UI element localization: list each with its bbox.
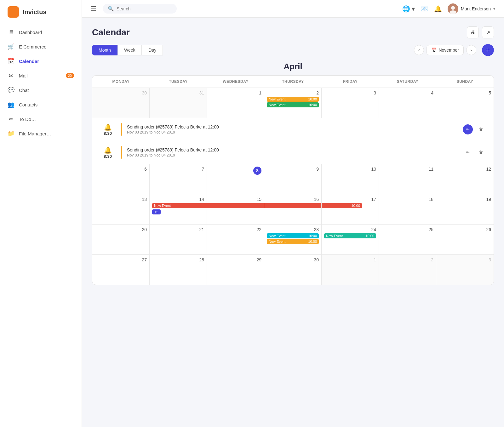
cal-cell-3[interactable]: 3 [322, 88, 379, 118]
month-nav: ‹ 📅 November › + [414, 44, 494, 56]
share-button[interactable]: ↗ [482, 26, 494, 38]
sidebar-item-filemanager[interactable]: 📁 File Manager… [0, 126, 82, 141]
event-bar[interactable]: New Event 10:00 [267, 233, 319, 238]
day-number: 27 [95, 257, 147, 262]
dashboard-icon: 🖥 [8, 29, 14, 36]
cal-cell-2[interactable]: 2 New Event 10:00 New Event 10:00 [264, 88, 322, 118]
menu-icon[interactable]: ☰ [91, 5, 96, 13]
sidebar-item-calendar[interactable]: 📅 Calendar [0, 54, 82, 68]
day-number: 12 [439, 167, 491, 172]
day-view-button[interactable]: Day [142, 45, 163, 55]
event-time-label: 8:30 [104, 154, 112, 159]
week-view-button[interactable]: Week [117, 45, 142, 55]
event-label: New Event [269, 97, 285, 101]
cal-cell-15[interactable]: 15 [207, 194, 264, 224]
day-number: 2 [267, 90, 319, 95]
cal-cell-2b[interactable]: 2 [379, 255, 436, 285]
event-bar[interactable]: New Event 10:00 [267, 102, 319, 107]
calendar-row-4: 20 21 22 23 New Event 10:00 [92, 225, 494, 255]
cal-cell-26[interactable]: 26 [436, 225, 494, 254]
cal-cell-3b[interactable]: 3 [436, 255, 494, 285]
delete-button[interactable]: 🗑 [476, 124, 486, 134]
day-number: 25 [381, 227, 433, 232]
cal-cell-25[interactable]: 25 [379, 225, 436, 254]
event-bar[interactable]: New Event 10:00 [267, 239, 319, 244]
cal-cell-12[interactable]: 12 [436, 164, 494, 194]
cal-cell-31[interactable]: 31 [150, 88, 207, 118]
day-number: 24 [324, 227, 376, 232]
topbar-right: 🌐 ▾ 📧 🔔 Mark Enderson ▾ [402, 3, 495, 14]
search-input[interactable] [117, 6, 172, 11]
cal-cell-21[interactable]: 21 [150, 225, 207, 254]
cal-cell-4[interactable]: 4 [379, 88, 436, 118]
event-color-bar [121, 146, 122, 159]
mail-icon[interactable]: 📧 [421, 5, 428, 13]
cal-cell-8-today[interactable]: 8 [207, 164, 264, 194]
day-number: 22 [209, 227, 261, 232]
edit-button[interactable]: ✏ [463, 147, 473, 157]
add-event-button[interactable]: + [482, 44, 494, 56]
edit-button[interactable]: ✏ [463, 124, 473, 134]
next-month-button[interactable]: › [466, 45, 476, 55]
cal-cell-16[interactable]: 16 [264, 194, 322, 224]
event-label: New Event [269, 240, 285, 243]
header-actions: 🖨 ↗ [467, 26, 494, 38]
cal-cell-13[interactable]: 13 [92, 194, 150, 224]
weekday-sun: SUNDAY [436, 76, 494, 88]
sidebar-item-dashboard[interactable]: 🖥 Dashboard [0, 25, 82, 39]
cal-cell-22[interactable]: 22 [207, 225, 264, 254]
cal-cell-9[interactable]: 9 [264, 164, 322, 194]
more-events-button[interactable]: +5 [152, 209, 161, 214]
cal-cell-1[interactable]: 1 [207, 88, 264, 118]
event-bar[interactable]: New Event 10:00 [267, 97, 319, 102]
cal-cell-17[interactable]: 17 [322, 194, 379, 224]
cal-cell-5[interactable]: 5 [436, 88, 494, 118]
cal-cell-28[interactable]: 28 [150, 255, 207, 285]
user-menu[interactable]: Mark Enderson ▾ [448, 3, 495, 14]
print-button[interactable]: 🖨 [467, 26, 479, 38]
sidebar-item-todo[interactable]: ✏ To Do… [0, 112, 82, 126]
month-view-button[interactable]: Month [92, 45, 117, 55]
bell-icon[interactable]: 🔔 [434, 5, 442, 13]
cal-cell-10[interactable]: 10 [322, 164, 379, 194]
cal-cell-30[interactable]: 30 [92, 88, 150, 118]
weekday-tue: TUESDAY [150, 76, 207, 88]
cal-cell-24[interactable]: 24 New Event 10:00 [322, 225, 379, 254]
cal-cell-1b[interactable]: 1 [322, 255, 379, 285]
cal-cell-30b[interactable]: 30 [264, 255, 322, 285]
day-number: 28 [152, 257, 204, 262]
calendar-row-3: 13 14 New Event 10:00 +5 15 16 [92, 194, 494, 225]
cal-cell-27[interactable]: 27 [92, 255, 150, 285]
sidebar-item-ecommerce[interactable]: 🛒 E Commerce [0, 39, 82, 54]
search-box[interactable]: 🔍 [103, 4, 177, 14]
cal-cell-29[interactable]: 29 [207, 255, 264, 285]
day-number: 8 [253, 167, 261, 175]
sidebar-item-label: Dashboard [19, 30, 42, 35]
cal-cell-7[interactable]: 7 [150, 164, 207, 194]
day-number: 3 [439, 257, 491, 262]
delete-button[interactable]: 🗑 [476, 147, 486, 157]
sidebar-item-contacts[interactable]: 👥 Contacts [0, 97, 82, 112]
event-details-section: 🔔 8:30 Sending order (#25789) Felecia Bu… [92, 118, 494, 164]
day-number: 1 [324, 257, 376, 262]
day-number: 20 [95, 227, 147, 232]
main-content: ☰ 🔍 🌐 ▾ 📧 🔔 Mark Enderson ▾ [82, 0, 504, 427]
day-number: 11 [381, 167, 433, 172]
sidebar-item-mail[interactable]: ✉ Mail 20 [0, 68, 82, 83]
chevron-down-icon: ▾ [493, 7, 495, 11]
cal-cell-23[interactable]: 23 New Event 10:00 New Event 10:00 [264, 225, 322, 254]
cal-cell-14[interactable]: 14 New Event 10:00 +5 [150, 194, 207, 224]
cal-cell-20[interactable]: 20 [92, 225, 150, 254]
cal-cell-6[interactable]: 6 [92, 164, 150, 194]
prev-month-button[interactable]: ‹ [414, 45, 424, 55]
sidebar-item-chat[interactable]: 💬 Chat [0, 83, 82, 97]
event-color-bar [121, 123, 122, 136]
sidebar-item-label: Contacts [19, 102, 37, 107]
event-bar[interactable]: New Event 10:00 [324, 233, 376, 238]
globe-icon[interactable]: 🌐 ▾ [402, 5, 415, 13]
cal-cell-11[interactable]: 11 [379, 164, 436, 194]
cal-cell-19[interactable]: 19 [436, 194, 494, 224]
day-number: 21 [152, 227, 204, 232]
bell-icon: 🔔 [104, 146, 112, 154]
cal-cell-18[interactable]: 18 [379, 194, 436, 224]
